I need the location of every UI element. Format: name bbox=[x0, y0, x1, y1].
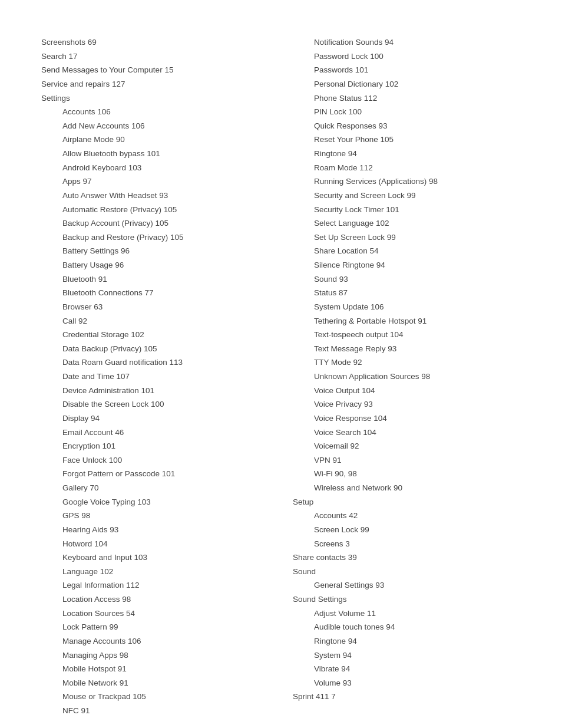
list-item: Data Backup (Privacy) 105 bbox=[41, 342, 269, 356]
list-item: Ringtone 94 bbox=[293, 147, 521, 161]
list-item: System 94 bbox=[293, 648, 521, 663]
list-item: Data Roam Guard notification 113 bbox=[41, 355, 269, 370]
list-item: Google Voice Typing 103 bbox=[41, 495, 269, 509]
list-item: Ringtone 94 bbox=[293, 634, 521, 648]
content-columns: Screenshots 69Search 17Send Messages to … bbox=[41, 35, 521, 718]
list-item: Manage Accounts 106 bbox=[41, 634, 269, 648]
list-item: Share contacts 39 bbox=[293, 551, 521, 565]
list-item: Language 102 bbox=[41, 565, 269, 579]
list-item: Voice Response 104 bbox=[293, 411, 521, 426]
list-item: Unknown Application Sources 98 bbox=[293, 370, 521, 384]
list-item: Screenshots 69 bbox=[41, 35, 269, 50]
list-item: Sprint 411 7 bbox=[293, 690, 521, 704]
right-column: Notification Sounds 94Password Lock 100P… bbox=[293, 35, 521, 718]
list-item: Roam Mode 112 bbox=[293, 161, 521, 175]
list-item: Accounts 106 bbox=[41, 105, 269, 119]
list-item: Date and Time 107 bbox=[41, 370, 269, 384]
list-item: Phone Status 112 bbox=[293, 91, 521, 106]
list-item: Bluetooth Connections 77 bbox=[41, 286, 269, 300]
list-item: Security and Screen Lock 99 bbox=[293, 189, 521, 203]
list-item: Share Location 54 bbox=[293, 244, 521, 258]
list-item: Allow Bluetooth bypass 101 bbox=[41, 147, 269, 161]
list-item: Personal Dictionary 102 bbox=[293, 77, 521, 91]
list-item: Running Services (Applications) 98 bbox=[293, 174, 521, 189]
list-item: NFC 91 bbox=[41, 704, 269, 718]
list-item: Display 94 bbox=[41, 411, 269, 426]
list-item: Add New Accounts 106 bbox=[41, 119, 269, 133]
list-item: Send Messages to Your Computer 15 bbox=[41, 63, 269, 77]
list-item: Mobile Network 91 bbox=[41, 676, 269, 690]
list-item: Mouse or Trackpad 105 bbox=[41, 690, 269, 704]
list-item: Volume 93 bbox=[293, 676, 521, 690]
list-item: Screens 3 bbox=[293, 537, 521, 551]
list-item: PIN Lock 100 bbox=[293, 105, 521, 119]
list-item: Passwords 101 bbox=[293, 63, 521, 77]
list-item: Set Up Screen Lock 99 bbox=[293, 230, 521, 245]
list-item: Face Unlock 100 bbox=[41, 453, 269, 467]
list-item: Voice Output 104 bbox=[293, 384, 521, 398]
list-item: Voice Search 104 bbox=[293, 426, 521, 440]
list-item: Status 87 bbox=[293, 286, 521, 300]
list-item: Vibrate 94 bbox=[293, 662, 521, 676]
list-item: TTY Mode 92 bbox=[293, 355, 521, 370]
list-item: Backup Account (Privacy) 105 bbox=[41, 216, 269, 230]
list-item: Browser 63 bbox=[41, 300, 269, 314]
list-item: Accounts 42 bbox=[293, 509, 521, 523]
list-item: Battery Usage 96 bbox=[41, 258, 269, 272]
list-item: Gallery 70 bbox=[41, 481, 269, 495]
list-item: Airplane Mode 90 bbox=[41, 133, 269, 147]
list-item: Android Keyboard 103 bbox=[41, 161, 269, 175]
list-item: System Update 106 bbox=[293, 300, 521, 314]
list-item: Device Administration 101 bbox=[41, 384, 269, 398]
list-item: Voicemail 92 bbox=[293, 439, 521, 453]
list-item: Legal Information 112 bbox=[41, 578, 269, 592]
list-item: Sound bbox=[293, 565, 521, 579]
list-item: Wireless and Network 90 bbox=[293, 481, 521, 495]
list-item: Password Lock 100 bbox=[293, 50, 521, 64]
page: Screenshots 69Search 17Send Messages to … bbox=[0, 0, 562, 728]
list-item: Disable the Screen Lock 100 bbox=[41, 397, 269, 411]
list-item: Credential Storage 102 bbox=[41, 328, 269, 342]
list-item: Wi-Fi 90, 98 bbox=[293, 467, 521, 481]
list-item: Mobile Hotspot 91 bbox=[41, 662, 269, 676]
list-item: Forgot Pattern or Passcode 101 bbox=[41, 467, 269, 481]
list-item: Adjust Volume 11 bbox=[293, 607, 521, 621]
list-item: Hearing Aids 93 bbox=[41, 523, 269, 537]
list-item: Silence Ringtone 94 bbox=[293, 258, 521, 272]
list-item: Lock Pattern 99 bbox=[41, 620, 269, 634]
list-item: Screen Lock 99 bbox=[293, 523, 521, 537]
list-item: Keyboard and Input 103 bbox=[41, 551, 269, 565]
list-item: Text Message Reply 93 bbox=[293, 342, 521, 356]
list-item: Tethering & Portable Hotspot 91 bbox=[293, 314, 521, 328]
list-item: Email Account 46 bbox=[41, 426, 269, 440]
list-item: Location Sources 54 bbox=[41, 607, 269, 621]
list-item: VPN 91 bbox=[293, 453, 521, 467]
list-item: Service and repairs 127 bbox=[41, 77, 269, 91]
list-item: Setup bbox=[293, 495, 521, 509]
list-item: Auto Answer With Headset 93 bbox=[41, 189, 269, 203]
list-item: Reset Your Phone 105 bbox=[293, 133, 521, 147]
list-item: Select Language 102 bbox=[293, 216, 521, 230]
list-item: Battery Settings 96 bbox=[41, 244, 269, 258]
list-item: Search 17 bbox=[41, 50, 269, 64]
list-item: Audible touch tones 94 bbox=[293, 620, 521, 634]
list-item: Managing Apps 98 bbox=[41, 648, 269, 663]
list-item: Backup and Restore (Privacy) 105 bbox=[41, 230, 269, 245]
list-item: GPS 98 bbox=[41, 509, 269, 523]
list-item: Location Access 98 bbox=[41, 592, 269, 607]
list-item: Call 92 bbox=[41, 314, 269, 328]
list-item: Voice Privacy 93 bbox=[293, 397, 521, 411]
list-item: Hotword 104 bbox=[41, 537, 269, 551]
list-item: Sound 93 bbox=[293, 272, 521, 286]
list-item: Automatic Restore (Privacy) 105 bbox=[41, 203, 269, 217]
list-item: Quick Responses 93 bbox=[293, 119, 521, 133]
list-item: Text-tospeech output 104 bbox=[293, 328, 521, 342]
list-item: General Settings 93 bbox=[293, 578, 521, 592]
list-item: Notification Sounds 94 bbox=[293, 35, 521, 50]
list-item: Bluetooth 91 bbox=[41, 272, 269, 286]
list-item: Security Lock Timer 101 bbox=[293, 203, 521, 217]
list-item: Settings bbox=[41, 91, 269, 106]
list-item: Sound Settings bbox=[293, 592, 521, 607]
list-item: Encryption 101 bbox=[41, 439, 269, 453]
left-column: Screenshots 69Search 17Send Messages to … bbox=[41, 35, 269, 718]
